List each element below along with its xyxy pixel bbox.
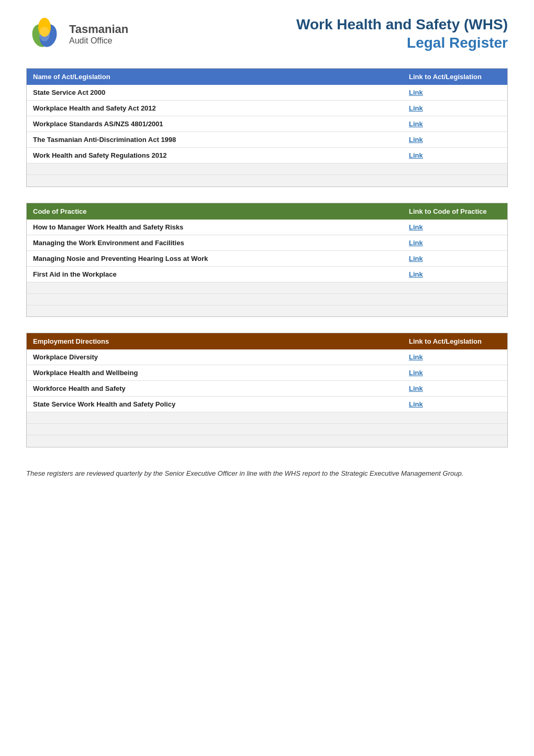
table-row: Workplace Health and Wellbeing Link — [27, 365, 507, 381]
legislation-link[interactable]: Link — [403, 148, 507, 163]
table-row: Managing the Work Environment and Facili… — [27, 235, 507, 250]
empty-row — [27, 412, 507, 424]
emp-name: Workplace Health and Wellbeing — [27, 365, 403, 381]
cop-name: How to Manager Work Health and Safety Ri… — [27, 220, 403, 235]
logo-area: Tasmanian Audit Office — [26, 16, 162, 52]
legislation-name: Workplace Health and Safety Act 2012 — [27, 101, 403, 116]
page-title-line2: Legal Register — [183, 34, 508, 52]
emp-link[interactable]: Link — [403, 349, 507, 365]
legislation-link[interactable]: Link — [403, 132, 507, 148]
cop-name: First Aid in the Workplace — [27, 266, 403, 282]
legislation-name: Work Health and Safety Regulations 2012 — [27, 148, 403, 163]
table-row: First Aid in the Workplace Link — [27, 266, 507, 282]
code-of-practice-section: Code of Practice Link to Code of Practic… — [26, 203, 508, 317]
emp-link[interactable]: Link — [403, 397, 507, 412]
emp-name: Workplace Diversity — [27, 349, 403, 365]
page-title-line1: Work Health and Safety (WHS) — [183, 16, 508, 34]
legislation-col1-header: Name of Act/Legislation — [27, 69, 403, 85]
employment-directions-table: Employment Directions Link to Act/Legisl… — [27, 333, 507, 447]
code-of-practice-table: Code of Practice Link to Code of Practic… — [27, 203, 507, 317]
table-row: Workplace Health and Safety Act 2012 Lin… — [27, 101, 507, 116]
employment-directions-section: Employment Directions Link to Act/Legisl… — [26, 333, 508, 447]
cop-col1-header: Code of Practice — [27, 203, 403, 220]
cop-link[interactable]: Link — [403, 220, 507, 235]
legislation-section: Name of Act/Legislation Link to Act/Legi… — [26, 68, 508, 187]
table-row: How to Manager Work Health and Safety Ri… — [27, 220, 507, 235]
table-row: State Service Act 2000 Link — [27, 85, 507, 101]
table-row: Workplace Standards AS/NZS 4801/2001 Lin… — [27, 116, 507, 132]
cop-col2-header: Link to Code of Practice — [403, 203, 507, 220]
legislation-link[interactable]: Link — [403, 101, 507, 116]
footer-note-text: These registers are reviewed quarterly b… — [26, 468, 508, 479]
cop-link[interactable]: Link — [403, 235, 507, 250]
legislation-name: Workplace Standards AS/NZS 4801/2001 — [27, 116, 403, 132]
legislation-table: Name of Act/Legislation Link to Act/Legi… — [27, 69, 507, 187]
empty-row — [27, 282, 507, 293]
legislation-link[interactable]: Link — [403, 116, 507, 132]
emp-col1-header: Employment Directions — [27, 333, 403, 349]
emp-name: Workforce Health and Safety — [27, 381, 403, 397]
empty-row — [27, 175, 507, 187]
legislation-name: The Tasmanian Anti-Discrimination Act 19… — [27, 132, 403, 148]
empty-row — [27, 305, 507, 316]
logo-line1: Tasmanian — [69, 23, 128, 36]
logo-text: Tasmanian Audit Office — [69, 23, 128, 46]
cop-link[interactable]: Link — [403, 266, 507, 282]
legislation-name: State Service Act 2000 — [27, 85, 403, 101]
emp-link[interactable]: Link — [403, 381, 507, 397]
page-header: Tasmanian Audit Office Work Health and S… — [26, 16, 508, 52]
table-row: State Service Work Health and Safety Pol… — [27, 397, 507, 412]
cop-link[interactable]: Link — [403, 250, 507, 266]
emp-name: State Service Work Health and Safety Pol… — [27, 397, 403, 412]
cop-name: Managing the Work Environment and Facili… — [27, 235, 403, 250]
page-title-area: Work Health and Safety (WHS) Legal Regis… — [183, 16, 508, 52]
empty-row — [27, 293, 507, 305]
empty-row — [27, 435, 507, 447]
empty-row — [27, 424, 507, 435]
table-row: Managing Nosie and Preventing Hearing Lo… — [27, 250, 507, 266]
svg-point-3 — [39, 27, 50, 41]
footer-note: These registers are reviewed quarterly b… — [26, 468, 508, 479]
emp-link[interactable]: Link — [403, 365, 507, 381]
legislation-link[interactable]: Link — [403, 85, 507, 101]
legislation-col2-header: Link to Act/Legislation — [403, 69, 507, 85]
logo-line2: Audit Office — [69, 36, 128, 46]
empty-row — [27, 163, 507, 175]
table-row: Workforce Health and Safety Link — [27, 381, 507, 397]
cop-name: Managing Nosie and Preventing Hearing Lo… — [27, 250, 403, 266]
table-row: Workplace Diversity Link — [27, 349, 507, 365]
emp-col2-header: Link to Act/Legislation — [403, 333, 507, 349]
tasmanian-logo-icon — [26, 16, 63, 52]
table-row: The Tasmanian Anti-Discrimination Act 19… — [27, 132, 507, 148]
table-row: Work Health and Safety Regulations 2012 … — [27, 148, 507, 163]
